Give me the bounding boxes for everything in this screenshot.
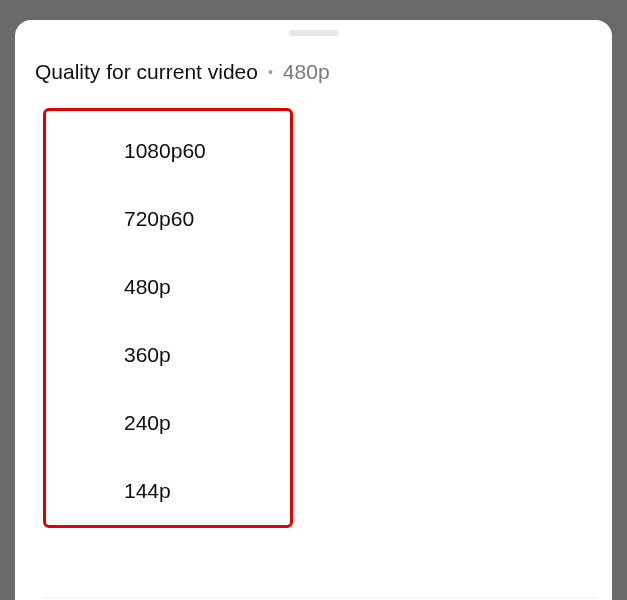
quality-option-144p[interactable]: 144p bbox=[46, 457, 290, 525]
quality-option-label: 360p bbox=[124, 343, 171, 366]
quality-option-480p[interactable]: 480p bbox=[46, 253, 290, 321]
quality-option-label: 720p60 bbox=[124, 207, 194, 230]
quality-option-label: 144p bbox=[124, 479, 171, 502]
drag-handle[interactable] bbox=[289, 30, 339, 36]
quality-options-highlight: 1080p60 720p60 480p 360p 240p 144p bbox=[43, 108, 293, 528]
header-title: Quality for current video bbox=[35, 60, 258, 84]
quality-option-360p[interactable]: 360p bbox=[46, 321, 290, 389]
quality-sheet: Quality for current video • 480p 1080p60… bbox=[15, 20, 612, 600]
quality-option-1080p60[interactable]: 1080p60 bbox=[46, 117, 290, 185]
quality-option-label: 1080p60 bbox=[124, 139, 206, 162]
quality-option-label: 480p bbox=[124, 275, 171, 298]
header-separator: • bbox=[268, 64, 273, 80]
divider bbox=[43, 597, 597, 598]
quality-option-label: 240p bbox=[124, 411, 171, 434]
current-quality-value: 480p bbox=[283, 60, 330, 84]
sheet-header: Quality for current video • 480p bbox=[15, 54, 612, 108]
quality-option-720p60[interactable]: 720p60 bbox=[46, 185, 290, 253]
quality-option-240p[interactable]: 240p bbox=[46, 389, 290, 457]
